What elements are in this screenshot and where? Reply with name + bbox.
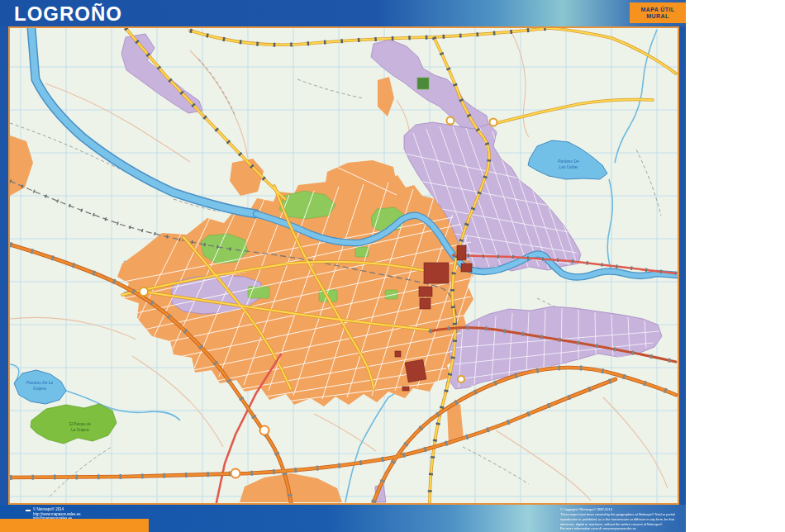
map-title: LOGROÑO	[14, 1, 122, 26]
map-canvas: Pantano De Las Cañas Pantano De La Graje…	[10, 28, 678, 503]
stadium	[405, 359, 426, 382]
footer-dash	[26, 510, 31, 511]
poster: LOGROÑO MAPA ÚTIL MURAL	[0, 0, 686, 532]
title-bar: LOGROÑO MAPA ÚTIL MURAL	[0, 0, 686, 26]
footer-orange-strip	[0, 519, 149, 532]
interchange-loop-west	[260, 426, 269, 435]
badge-line-1: MAPA ÚTIL	[630, 7, 686, 13]
green-square-north	[417, 78, 429, 89]
lake-canas-label: Pantano De	[558, 159, 579, 164]
svg-text:Grajera: Grajera	[33, 387, 46, 391]
footer-bar: © Netmaps® 2014 http://www.mapasmurales.…	[0, 505, 686, 532]
lake-grajera-label: Pantano De La	[26, 381, 53, 385]
interchange-loop-south	[231, 469, 240, 478]
map-frame: Pantano De Las Cañas Pantano De La Graje…	[8, 26, 679, 505]
map-poster-image: LOGROÑO MAPA ÚTIL MURAL	[0, 0, 785, 532]
svg-text:La Grajera: La Grajera	[71, 428, 89, 432]
mural-badge: MAPA ÚTIL MURAL	[630, 2, 686, 23]
park-grajera-label: El Parque de	[69, 422, 92, 426]
badge-line-2: MURAL	[630, 13, 686, 20]
footer-right-block: © Copyright ©Netmaps® 1987-2014 These ma…	[560, 507, 684, 531]
svg-text:Las Cañas: Las Cañas	[559, 165, 579, 169]
